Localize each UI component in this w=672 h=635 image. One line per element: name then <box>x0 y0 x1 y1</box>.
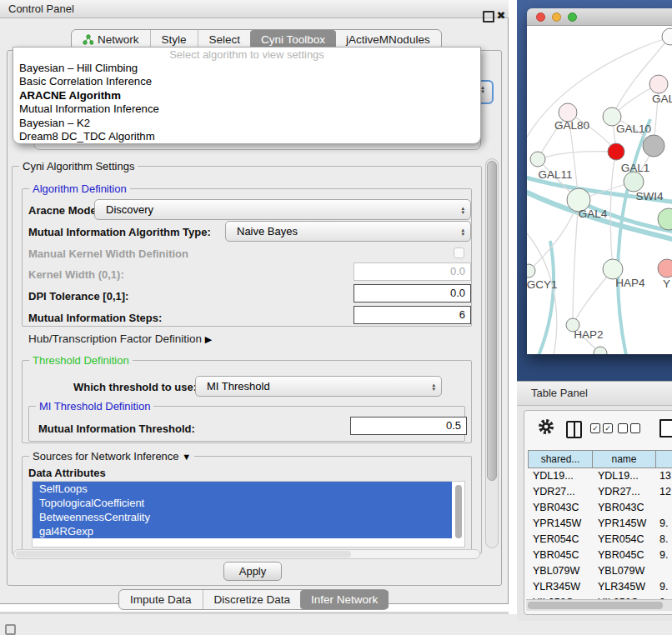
column-header[interactable]: name <box>593 450 656 468</box>
network-node[interactable] <box>624 172 644 192</box>
column-header[interactable]: shared... <box>528 450 593 468</box>
table-cell: YBR045C <box>528 548 593 563</box>
gear-icon[interactable] <box>538 418 554 435</box>
aracne-mode-select[interactable]: Discovery ▴▾ <box>94 199 471 220</box>
network-node[interactable] <box>594 347 607 354</box>
document-icon[interactable] <box>659 419 672 438</box>
group-title: Algorithm Definition <box>29 182 130 195</box>
tab-label: Infer Network <box>311 593 378 606</box>
chevron-down-icon[interactable]: ▼ <box>182 452 191 462</box>
traffic-light-close-icon[interactable] <box>536 12 545 22</box>
table-h-scrollbar[interactable] <box>526 599 672 611</box>
group-title: Cyni Algorithm Settings <box>19 160 138 172</box>
network-window[interactable]: GALGAL80GAL10GAL1GAL11SWI4GAL4GCY1HAP4YH… <box>527 8 672 354</box>
table-row[interactable]: YBR045CYBR045C9. <box>528 548 672 563</box>
attribute-item[interactable]: gal4RGexp <box>33 524 452 538</box>
traffic-light-zoom-icon[interactable] <box>568 12 577 22</box>
table-row[interactable]: YLR345WYLR345W9. <box>528 579 672 595</box>
table-cell: YBL079W <box>593 563 656 579</box>
traffic-light-minimize-icon[interactable] <box>552 12 561 22</box>
attribute-item[interactable]: TopologicalCoefficient <box>33 496 452 510</box>
horizontal-scrollbar[interactable] <box>13 549 480 559</box>
attribute-item[interactable]: BetweennessCentrality <box>33 510 452 524</box>
table-h-scrollbar-thumb[interactable] <box>528 602 663 609</box>
table-row[interactable]: YPR145WYPR145W9. <box>528 516 672 532</box>
checkbox-checked-icon: ✓ <box>590 423 600 433</box>
network-edge <box>535 241 554 354</box>
node-label: GCY1 <box>527 278 557 291</box>
table-panel-header[interactable]: Table Panel <box>517 381 672 406</box>
table-row[interactable]: YBR043CYBR043C <box>528 500 672 516</box>
settings-scrollbar-thumb[interactable] <box>487 161 497 481</box>
table-cell: YBL079W <box>528 563 593 579</box>
mi-threshold-label: Mutual Information Threshold: <box>38 422 195 435</box>
attribute-item[interactable]: SelfLoops <box>33 482 452 496</box>
network-edge <box>610 152 616 269</box>
algorithm-option[interactable]: Bayesian – K2 <box>13 117 480 130</box>
algorithm-dropdown-popup: Select algorithm to view settings Bayesi… <box>13 47 481 144</box>
network-node[interactable] <box>658 259 672 278</box>
table-cell: YPR145W <box>593 516 656 532</box>
data-attributes-label: Data Attributes <box>28 467 106 479</box>
table-cell: YBR043C <box>593 500 656 516</box>
network-node[interactable] <box>643 135 664 157</box>
network-node[interactable] <box>608 143 624 160</box>
panel-corner-icon[interactable] <box>5 624 16 635</box>
desktop: GALGAL80GAL10GAL1GAL11SWI4GAL4GCY1HAP4YH… <box>517 0 672 381</box>
table-cell: 9. <box>656 516 672 532</box>
hub-expander[interactable]: Hub/Transcription Factor Definition ▶ <box>28 332 212 345</box>
apply-button[interactable]: Apply <box>223 562 282 581</box>
spinner-icon: ▴▾ <box>461 228 464 236</box>
tab-discretize-data[interactable]: Discretize Data <box>203 590 302 609</box>
kernel-width-field[interactable]: 0.0 <box>354 262 471 281</box>
list-scrollbar-thumb[interactable] <box>455 485 462 538</box>
group-title: MI Threshold Definition <box>36 400 153 412</box>
tab-infer-network[interactable]: Infer Network <box>300 590 389 609</box>
tab-label: Impute Data <box>130 593 192 606</box>
tab-label: jActiveMNodules <box>346 33 430 46</box>
network-node[interactable] <box>662 28 672 45</box>
which-threshold-select[interactable]: MI Threshold ▴▾ <box>195 376 442 397</box>
close-window-icon[interactable]: ✖ <box>494 8 508 23</box>
spinner-icon: ▴▾ <box>432 382 435 391</box>
unchecked-columns-icon[interactable] <box>618 423 643 438</box>
mi-type-select[interactable]: Naive Bayes ▴▾ <box>225 221 471 242</box>
table-cell: YLR345W <box>593 579 656 595</box>
table-panel-body: ✓✓ shared...nameA YDL19...YDL19...13YDR2… <box>517 406 672 621</box>
node-label: GAL10 <box>616 122 651 135</box>
dpi-tolerance-field[interactable]: 0.0 <box>354 284 471 302</box>
column-header[interactable]: A <box>656 450 672 468</box>
node-label: HAP2 <box>574 328 603 341</box>
horizontal-scrollbar-thumb[interactable] <box>16 551 351 558</box>
aracne-mode-value: Discovery <box>95 203 461 216</box>
network-icon <box>83 34 93 45</box>
table-row[interactable]: YBL079WYBL079W <box>528 563 672 579</box>
algorithm-option[interactable]: Mutual Information Inference <box>13 102 480 116</box>
algorithm-option[interactable]: Dream8 DC_TDC Algorithm <box>13 130 480 143</box>
split-view-icon[interactable] <box>566 421 582 438</box>
mi-threshold-field[interactable]: 0.5 <box>350 417 467 435</box>
network-canvas[interactable]: GALGAL80GAL10GAL1GAL11SWI4GAL4GCY1HAP4YH… <box>527 26 672 354</box>
network-graph: GALGAL80GAL10GAL1GAL11SWI4GAL4GCY1HAP4YH… <box>527 26 672 354</box>
tab-label: Cyni Toolbox <box>261 33 325 46</box>
algorithm-option[interactable]: Bayesian – Hill Climbing <box>13 62 480 75</box>
table-row[interactable]: YDR27...YDR27...12 <box>528 484 672 500</box>
data-attributes-list[interactable]: SelfLoopsTopologicalCoefficientBetweenne… <box>32 481 465 548</box>
tab-impute-data[interactable]: Impute Data <box>119 590 203 609</box>
table-row[interactable]: YER054CYER054C8. <box>528 532 672 548</box>
control-panel-titlebar[interactable]: Control Panel <box>0 0 509 18</box>
window-titlebar[interactable] <box>527 8 672 26</box>
checked-columns-icon[interactable]: ✓✓ <box>590 423 615 438</box>
algorithm-option[interactable]: Basic Correlation Inference <box>13 75 480 88</box>
manual-kernel-checkbox[interactable] <box>454 248 464 258</box>
float-window-icon[interactable] <box>483 11 494 22</box>
network-node[interactable] <box>649 75 668 93</box>
node-label: HAP4 <box>615 277 645 289</box>
algorithm-option[interactable]: ARACNE Algorithm <box>13 89 480 102</box>
manual-kernel-label: Manual Kernel Width Definition <box>28 248 188 260</box>
network-node[interactable] <box>530 152 545 167</box>
table-row[interactable]: YDL19...YDL19...13 <box>528 468 672 484</box>
mi-steps-field[interactable]: 6 <box>354 306 471 324</box>
table-cell: 13 <box>656 468 672 484</box>
chevron-right-icon[interactable]: ▶ <box>205 334 212 344</box>
